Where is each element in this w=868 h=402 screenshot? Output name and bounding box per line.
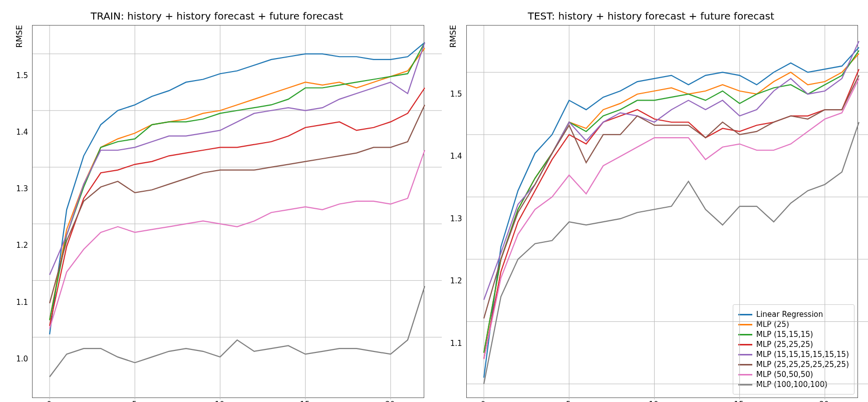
y-tick-label: 1.1	[16, 299, 28, 306]
y-axis-label: RMSE	[448, 25, 458, 48]
x-tick-label: 20	[819, 400, 829, 402]
plot-title: TEST: history + history forecast + futur…	[444, 10, 858, 22]
subplot-train: TRAIN: history + history forecast + futu…	[10, 10, 424, 392]
y-tick-label: 1.3	[450, 215, 462, 223]
y-tick-label: 1.1	[450, 340, 462, 347]
plot-area	[32, 25, 424, 398]
x-tick-label: 15	[734, 400, 744, 402]
x-tick-label: 5	[566, 400, 571, 402]
x-ticks: 05101520	[32, 400, 424, 402]
x-tick-label: 0	[47, 400, 52, 402]
x-tick-label: 15	[300, 400, 310, 402]
y-tick-label: 1.5	[16, 72, 28, 80]
series-line	[484, 79, 859, 359]
y-ticks: 1.51.41.31.21.11.0	[444, 48, 464, 402]
series-line	[484, 122, 859, 384]
series-line	[50, 43, 425, 275]
y-tick-label: 1.2	[16, 242, 28, 249]
y-tick-label: 1.4	[16, 129, 28, 136]
series-line	[50, 150, 425, 329]
x-tick-label: 20	[385, 400, 395, 402]
y-ticks: 1.51.41.31.21.11.0	[10, 48, 30, 402]
series-line	[484, 51, 859, 353]
series-line	[484, 54, 859, 353]
plot-area: Linear RegressionMLP (25)MLP (15,15,15)M…	[466, 25, 858, 398]
y-tick-label: 1.2	[450, 277, 462, 285]
y-axis-label: RMSE	[15, 25, 24, 48]
series-line	[50, 105, 425, 303]
x-tick-label: 10	[649, 400, 658, 402]
x-tick-label: 0	[481, 400, 486, 402]
x-tick-label: 10	[215, 400, 224, 402]
figure: TRAIN: history + history forecast + futu…	[10, 10, 858, 392]
y-tick-label: 1.0	[16, 355, 28, 363]
subplot-test: TEST: history + history forecast + futur…	[444, 10, 858, 392]
x-tick-label: 5	[132, 400, 137, 402]
x-ticks: 05101520	[466, 400, 858, 402]
y-tick-label: 1.3	[16, 185, 28, 193]
series-line	[50, 43, 425, 334]
series-line	[50, 88, 425, 326]
series-line	[50, 286, 425, 377]
y-tick-label: 1.5	[450, 91, 462, 98]
series-line	[484, 69, 859, 359]
y-tick-label: 1.4	[450, 153, 462, 160]
plot-title: TRAIN: history + history forecast + futu…	[10, 10, 424, 22]
